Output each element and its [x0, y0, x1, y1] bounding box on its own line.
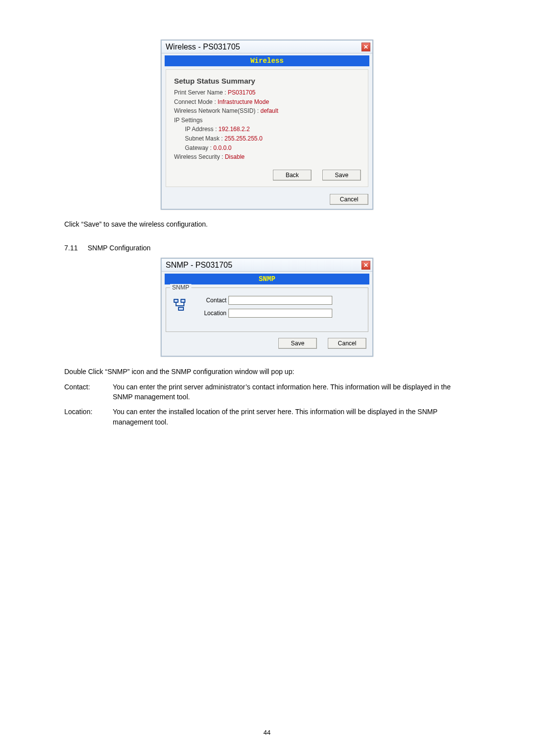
subnet-mask-value: 255.255.255.0 — [224, 135, 263, 142]
svg-rect-1 — [175, 300, 178, 302]
snmp-titlebar: SNMP - PS031705 ✕ — [162, 259, 372, 272]
location-label: Location — [195, 310, 226, 317]
wireless-save-note: Click “Save” to save the wireless config… — [64, 220, 470, 230]
svg-rect-3 — [181, 300, 184, 302]
ip-settings-heading: IP Settings — [174, 116, 362, 125]
snmp-intro: Double Click “SNMP” icon and the SNMP co… — [64, 367, 470, 377]
ssid-value: default — [261, 107, 278, 114]
contact-field: Contact — [195, 296, 332, 305]
close-icon[interactable]: ✕ — [361, 261, 370, 270]
network-card-icon — [171, 296, 189, 314]
cancel-button[interactable]: Cancel — [330, 194, 368, 205]
snmp-dialog: SNMP - PS031705 ✕ SNMP SNMP — [161, 258, 373, 357]
location-explain: You can enter the installed location of … — [113, 407, 470, 427]
ip-address-label: IP Address : — [185, 126, 217, 133]
snmp-title: SNMP - PS031705 — [166, 261, 232, 270]
gateway-label: Gateway : — [185, 144, 212, 151]
back-button[interactable]: Back — [273, 170, 312, 181]
section-number: 7.11 — [64, 244, 78, 252]
contact-definition: Contact: You can enter the print server … — [64, 382, 470, 402]
svg-rect-5 — [179, 308, 183, 310]
wireless-title: Wireless - PS031705 — [166, 43, 240, 51]
gateway-value: 0.0.0.0 — [213, 144, 231, 151]
page-number: 44 — [0, 729, 534, 736]
location-input[interactable] — [228, 309, 332, 318]
wireless-security-row: Wireless Security : Disable — [174, 152, 362, 162]
location-term: Location: — [64, 407, 104, 427]
contact-input[interactable] — [228, 296, 332, 305]
wireless-dialog: Wireless - PS031705 ✕ Wireless Setup Sta… — [161, 40, 373, 210]
wireless-security-value: Disable — [225, 153, 245, 160]
print-server-name-label: Print Server Name : — [174, 89, 226, 96]
snmp-buttons: Save Cancel — [166, 332, 368, 352]
snmp-fieldset: SNMP — [166, 287, 368, 332]
save-button[interactable]: Save — [278, 338, 317, 349]
snmp-body: SNMP — [166, 287, 368, 352]
cancel-button[interactable]: Cancel — [328, 338, 366, 349]
summary-heading: Setup Status Summary — [174, 77, 362, 85]
location-field: Location — [195, 309, 332, 318]
section-title: SNMP Configuration — [88, 244, 150, 252]
location-definition: Location: You can enter the installed lo… — [64, 407, 470, 427]
connect-mode-label: Connect Mode : — [174, 98, 216, 105]
wireless-banner: Wireless — [165, 55, 369, 66]
wireless-inner-buttons: Back Save — [174, 162, 362, 182]
print-server-name-row: Print Server Name : PS031705 — [174, 88, 362, 97]
ip-settings-label: IP Settings — [174, 117, 203, 124]
section-heading: 7.11 SNMP Configuration — [64, 244, 470, 252]
contact-explain: You can enter the print server administr… — [113, 382, 470, 402]
ip-address-row: IP Address : 192.168.2.2 — [185, 125, 362, 134]
close-icon[interactable]: ✕ — [361, 43, 370, 51]
snmp-banner: SNMP — [165, 274, 369, 284]
contact-label: Contact — [195, 297, 226, 304]
print-server-name-value: PS031705 — [228, 89, 256, 96]
gateway-row: Gateway : 0.0.0.0 — [185, 143, 362, 153]
contact-term: Contact: — [64, 382, 104, 402]
connect-mode-value: Infrastructure Mode — [218, 98, 269, 105]
ssid-row: Wireless Network Name(SSID) : default — [174, 106, 362, 116]
snmp-legend: SNMP — [170, 284, 191, 291]
wireless-body: Setup Status Summary Print Server Name :… — [166, 69, 368, 187]
wireless-outer-buttons: Cancel — [162, 191, 372, 209]
save-button[interactable]: Save — [322, 170, 361, 181]
connect-mode-row: Connect Mode : Infrastructure Mode — [174, 97, 362, 107]
ip-address-value: 192.168.2.2 — [219, 126, 250, 133]
subnet-mask-row: Subnet Mask : 255.255.255.0 — [185, 134, 362, 143]
wireless-titlebar: Wireless - PS031705 ✕ — [162, 41, 372, 53]
subnet-mask-label: Subnet Mask : — [185, 135, 223, 142]
ssid-label: Wireless Network Name(SSID) : — [174, 107, 259, 114]
wireless-security-label: Wireless Security : — [174, 153, 223, 160]
